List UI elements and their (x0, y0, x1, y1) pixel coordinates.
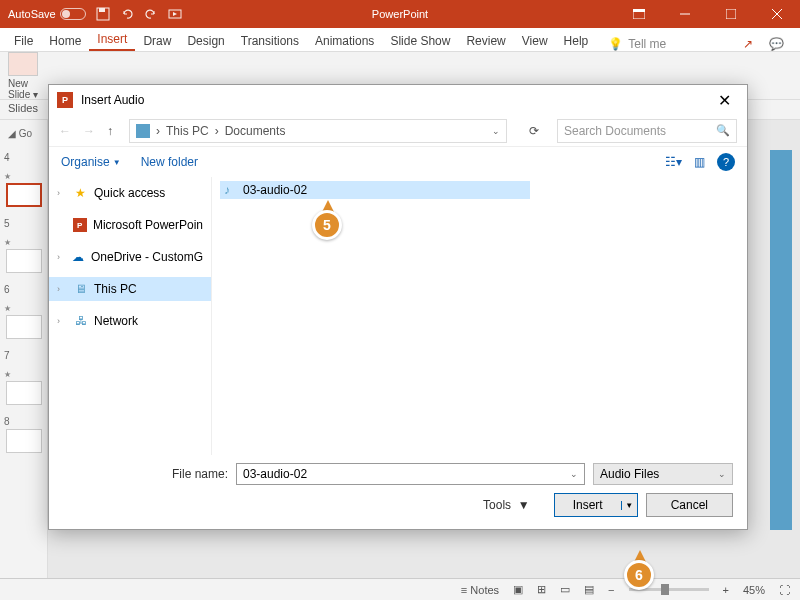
filename-input[interactable]: 03-audio-02⌄ (236, 463, 585, 485)
slide-thumb-7[interactable]: 7★ (4, 345, 43, 405)
network-icon: 🖧 (73, 314, 88, 328)
status-bar: ≡ Notes ▣ ⊞ ▭ ▤ − + 45% ⛶ (0, 578, 800, 600)
undo-icon[interactable] (120, 7, 134, 21)
title-bar: AutoSave PowerPoint (0, 0, 800, 28)
new-slide-button[interactable]: NewSlide ▾ (8, 52, 38, 100)
file-list[interactable]: ♪ 03-audio-02 (212, 177, 747, 455)
reading-view-icon[interactable]: ▭ (560, 583, 570, 596)
share-icon[interactable]: ↗ (743, 37, 753, 51)
minimize-button[interactable] (662, 0, 708, 28)
redo-icon[interactable] (144, 7, 158, 21)
filename-label: File name: (63, 467, 228, 481)
autosave-toggle[interactable]: AutoSave (8, 8, 86, 20)
breadcrumb-folder[interactable]: Documents (225, 124, 286, 138)
section-label[interactable]: ◢ Go (4, 126, 43, 141)
tab-home[interactable]: Home (41, 31, 89, 51)
slideshow-view-icon[interactable]: ▤ (584, 583, 594, 596)
help-icon[interactable]: ? (717, 153, 735, 171)
nav-back-icon[interactable]: ← (59, 124, 71, 138)
normal-view-icon[interactable]: ▣ (513, 583, 523, 596)
file-item-audio[interactable]: ♪ 03-audio-02 (220, 181, 530, 199)
fit-to-window-icon[interactable]: ⛶ (779, 584, 790, 596)
star-icon: ★ (73, 186, 88, 200)
cancel-button[interactable]: Cancel (646, 493, 733, 517)
pc-icon (136, 124, 150, 138)
close-button[interactable] (754, 0, 800, 28)
monitor-icon: 🖥 (73, 282, 88, 296)
breadcrumb[interactable]: › This PC › Documents ⌄ (129, 119, 507, 143)
save-icon[interactable] (96, 7, 110, 21)
svg-rect-4 (633, 9, 645, 12)
callout-5: 5 (312, 200, 344, 244)
zoom-out-button[interactable]: − (608, 584, 614, 596)
tab-animations[interactable]: Animations (307, 31, 382, 51)
dialog-close-button[interactable]: ✕ (709, 90, 739, 110)
ribbon-display-icon[interactable] (616, 0, 662, 28)
tab-slideshow[interactable]: Slide Show (382, 31, 458, 51)
svg-rect-1 (99, 8, 105, 12)
notes-button[interactable]: ≡ Notes (461, 584, 499, 596)
onedrive-icon: ☁ (72, 250, 85, 264)
insert-dropdown-icon[interactable]: ▼ (621, 501, 637, 510)
tools-menu[interactable]: Tools ▼ (483, 498, 530, 512)
search-icon: 🔍 (716, 124, 730, 137)
tree-powerpoint[interactable]: PMicrosoft PowerPoin (49, 213, 211, 237)
slide-thumb-5[interactable]: 5★ (4, 213, 43, 273)
refresh-icon[interactable]: ⟳ (523, 124, 545, 138)
zoom-level[interactable]: 45% (743, 584, 765, 596)
tab-draw[interactable]: Draw (135, 31, 179, 51)
search-input[interactable]: Search Documents 🔍 (557, 119, 737, 143)
tab-help[interactable]: Help (556, 31, 597, 51)
slide-thumb-8[interactable]: 8 (4, 411, 43, 453)
nav-forward-icon[interactable]: → (83, 124, 95, 138)
bulb-icon: 💡 (608, 37, 623, 51)
insert-button[interactable]: Insert ▼ (554, 493, 638, 517)
new-slide-label: NewSlide ▾ (8, 78, 38, 100)
tree-network[interactable]: ›🖧Network (49, 309, 211, 333)
app-title: PowerPoint (372, 8, 428, 20)
tab-file[interactable]: File (6, 31, 41, 51)
slide-thumb-6[interactable]: 6★ (4, 279, 43, 339)
tab-view[interactable]: View (514, 31, 556, 51)
organise-menu[interactable]: Organise ▼ (61, 155, 121, 169)
tree-quick-access[interactable]: ›★Quick access (49, 181, 211, 205)
tree-this-pc[interactable]: ›🖥This PC (49, 277, 211, 301)
slide-thumbnails: ◢ Go 4★ 5★ 6★ 7★ 8 (0, 120, 48, 580)
nav-up-icon[interactable]: ↑ (107, 124, 113, 138)
tab-insert[interactable]: Insert (89, 29, 135, 51)
preview-pane-icon[interactable]: ▥ (694, 155, 705, 169)
svg-rect-6 (726, 9, 736, 19)
powerpoint-icon: P (57, 92, 73, 108)
sorter-view-icon[interactable]: ⊞ (537, 583, 546, 596)
callout-6: 6 (624, 550, 656, 594)
slide-thumb-4[interactable]: 4★ (4, 147, 43, 207)
tell-me-search[interactable]: 💡Tell me (608, 37, 666, 51)
breadcrumb-root[interactable]: This PC (166, 124, 209, 138)
audio-file-icon: ♪ (224, 183, 238, 197)
file-type-filter[interactable]: Audio Files⌄ (593, 463, 733, 485)
powerpoint-icon: P (73, 218, 87, 232)
comments-icon[interactable]: 💬 (769, 37, 784, 51)
dialog-title: Insert Audio (81, 93, 144, 107)
view-mode-icon[interactable]: ☷▾ (665, 155, 682, 169)
navigation-tree: ›★Quick access PMicrosoft PowerPoin ›☁On… (49, 177, 212, 455)
zoom-in-button[interactable]: + (723, 584, 729, 596)
tab-transitions[interactable]: Transitions (233, 31, 307, 51)
tree-onedrive[interactable]: ›☁OneDrive - CustomG (49, 245, 211, 269)
start-from-beginning-icon[interactable] (168, 7, 182, 21)
tab-design[interactable]: Design (179, 31, 232, 51)
ribbon-tabs: File Home Insert Draw Design Transitions… (0, 28, 800, 52)
new-folder-button[interactable]: New folder (141, 155, 198, 169)
tab-review[interactable]: Review (458, 31, 513, 51)
maximize-button[interactable] (708, 0, 754, 28)
insert-audio-dialog: P Insert Audio ✕ ← → ↑ › This PC › Docum… (48, 84, 748, 530)
file-name: 03-audio-02 (243, 183, 307, 197)
